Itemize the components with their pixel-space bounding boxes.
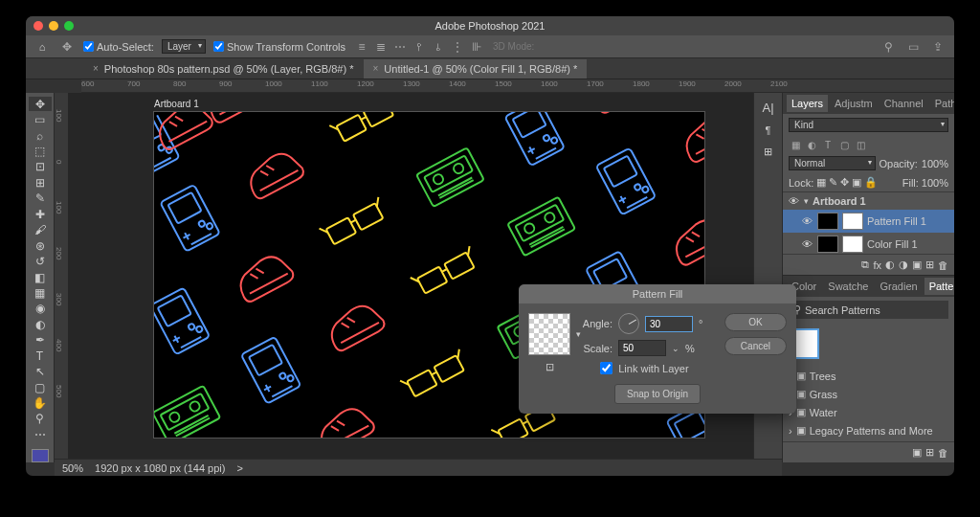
scale-input[interactable] — [618, 340, 666, 356]
heal-tool[interactable]: ✚ — [29, 207, 52, 221]
snap-pattern-icon[interactable]: ⊡ — [528, 361, 570, 373]
link-with-layer-checkbox[interactable] — [600, 362, 612, 374]
pen-tool[interactable]: ✒ — [29, 333, 52, 348]
gradients-tab[interactable]: Gradien — [876, 278, 923, 295]
scale-dropdown-icon[interactable]: ⌄ — [672, 344, 679, 353]
filter-shape-icon[interactable]: ▢ — [837, 138, 851, 151]
align-icon[interactable]: ≣ — [372, 38, 390, 56]
history-brush-tool[interactable]: ↺ — [29, 254, 52, 268]
search-icon[interactable]: ⚲ — [880, 38, 897, 56]
patterns-folder[interactable]: ›▣Trees — [789, 367, 948, 385]
ruler-vertical[interactable]: 1000100200300400500 — [55, 93, 68, 462]
angle-input[interactable] — [645, 316, 693, 332]
minimize-traffic-light[interactable] — [49, 21, 58, 31]
visibility-icon[interactable]: 👁 — [800, 238, 813, 250]
marquee-tool[interactable]: ▭ — [29, 112, 52, 126]
new-group-icon[interactable]: ▣ — [912, 446, 922, 459]
lock-all-icon[interactable]: 🔒 — [864, 176, 878, 189]
document-tab[interactable]: ×Photoshop 80s pattern.psd @ 50% (Layer,… — [83, 59, 364, 79]
zoom-level[interactable]: 50% — [62, 462, 83, 474]
paths-tab[interactable]: Paths — [930, 95, 954, 112]
eyedropper-tool[interactable]: ✎ — [29, 191, 52, 206]
document-tab[interactable]: ×Untitled-1 @ 50% (Color Fill 1, RGB/8#)… — [364, 59, 588, 79]
filter-type-icon[interactable]: T — [821, 138, 835, 151]
lock-pixels-icon[interactable]: ✎ — [829, 176, 837, 189]
ok-button[interactable]: OK — [724, 313, 787, 331]
layer-mask-icon[interactable]: ◐ — [885, 258, 895, 271]
auto-select-target-dropdown[interactable]: Layer — [162, 39, 206, 54]
visibility-icon[interactable]: 👁 — [800, 215, 813, 227]
doc-dimensions[interactable]: 1920 px x 1080 px (144 ppi) — [95, 462, 225, 474]
patterns-tab[interactable]: Patterns — [924, 278, 954, 295]
lock-artboard-icon[interactable]: ▣ — [852, 176, 861, 189]
align-icon[interactable]: ⫰ — [430, 38, 447, 56]
blur-tool[interactable]: ◉ — [29, 302, 52, 316]
visibility-icon[interactable]: 👁 — [787, 195, 800, 207]
workspace-icon[interactable]: ▭ — [904, 38, 922, 56]
align-icon[interactable]: ⋮ — [449, 38, 466, 56]
search-patterns-input[interactable]: ⚲Search Patterns — [789, 301, 948, 319]
opacity-value[interactable]: 100% — [922, 158, 948, 169]
shape-tool[interactable]: ▢ — [29, 380, 52, 394]
close-icon[interactable]: × — [93, 63, 99, 74]
adjustment-layer-icon[interactable]: ◑ — [899, 258, 908, 271]
type-tool[interactable]: T — [29, 348, 52, 363]
brush-tool[interactable]: 🖌 — [29, 223, 52, 237]
fill-value[interactable]: 100% — [922, 177, 948, 189]
layer-mask-thumbnail[interactable] — [842, 213, 863, 230]
share-icon[interactable]: ⇪ — [929, 38, 947, 56]
new-layer-icon[interactable]: ⊞ — [925, 258, 934, 271]
patterns-folder[interactable]: ›▣Water — [789, 403, 948, 421]
layer-color-fill[interactable]: 👁 Color Fill 1 — [783, 233, 954, 254]
layer-artboard[interactable]: 👁 ▾ Artboard 1 — [783, 192, 954, 210]
layer-pattern-fill[interactable]: 👁 Pattern Fill 1 — [783, 210, 954, 233]
status-arrow-icon[interactable]: > — [236, 462, 242, 474]
gradient-tool[interactable]: ▦ — [29, 285, 52, 300]
adjustments-tab[interactable]: Adjustm — [830, 95, 878, 112]
auto-select-checkbox[interactable]: Auto-Select: — [83, 41, 154, 53]
patterns-folder[interactable]: ›▣Grass — [789, 385, 948, 403]
move-tool[interactable]: ✥ — [29, 97, 52, 111]
frame-tool[interactable]: ⊞ — [29, 175, 52, 190]
path-tool[interactable]: ↖ — [29, 364, 52, 378]
angle-dial[interactable] — [618, 313, 639, 334]
layer-thumbnail[interactable] — [817, 213, 838, 230]
align-icon[interactable]: ⋯ — [391, 38, 409, 56]
link-layers-icon[interactable]: ⧉ — [861, 258, 869, 271]
stamp-tool[interactable]: ⊛ — [29, 238, 52, 253]
new-pattern-icon[interactable]: ⊞ — [925, 446, 934, 459]
crop-tool[interactable]: ⊡ — [29, 160, 52, 174]
layer-mask-thumbnail[interactable] — [842, 236, 863, 253]
lock-position-icon[interactable]: ✥ — [840, 176, 849, 189]
cancel-button[interactable]: Cancel — [724, 337, 787, 355]
foreground-color-swatch[interactable] — [32, 449, 49, 462]
paragraph-panel-icon[interactable]: ¶ — [766, 124, 771, 136]
snap-to-origin-button[interactable]: Snap to Origin — [614, 384, 701, 404]
lasso-tool[interactable]: ⌕ — [29, 128, 52, 143]
layers-tab[interactable]: Layers — [787, 95, 828, 112]
zoom-traffic-light[interactable] — [64, 21, 74, 31]
close-traffic-light[interactable] — [33, 21, 43, 31]
glyphs-panel-icon[interactable]: ⊞ — [764, 146, 772, 158]
hand-tool[interactable]: ✋ — [29, 395, 52, 410]
eraser-tool[interactable]: ◧ — [29, 270, 52, 284]
lock-transparency-icon[interactable]: ▦ — [816, 176, 826, 189]
layer-thumbnail[interactable] — [817, 236, 838, 253]
filter-adjust-icon[interactable]: ◐ — [805, 138, 818, 151]
zoom-tool[interactable]: ⚲ — [29, 412, 52, 426]
show-transform-checkbox[interactable]: Show Transform Controls — [213, 41, 345, 53]
pattern-picker[interactable] — [528, 313, 570, 355]
character-panel-icon[interactable]: A| — [762, 101, 773, 115]
selection-tool[interactable]: ⬚ — [29, 144, 52, 158]
filter-pixel-icon[interactable]: ▦ — [789, 138, 802, 151]
group-icon[interactable]: ▣ — [912, 258, 922, 271]
close-icon[interactable]: × — [373, 63, 379, 74]
channels-tab[interactable]: Channel — [880, 95, 928, 112]
edit-toolbar[interactable]: ⋯ — [29, 427, 52, 441]
artboard-label[interactable]: Artboard 1 — [154, 99, 199, 109]
layer-filter-kind-dropdown[interactable]: Kind — [789, 118, 948, 132]
blend-mode-dropdown[interactable]: Normal — [789, 156, 876, 170]
filter-smart-icon[interactable]: ◫ — [854, 138, 867, 151]
patterns-folder[interactable]: ›▣Legacy Patterns and More — [789, 421, 948, 439]
align-icon[interactable]: ⫯ — [411, 38, 428, 56]
